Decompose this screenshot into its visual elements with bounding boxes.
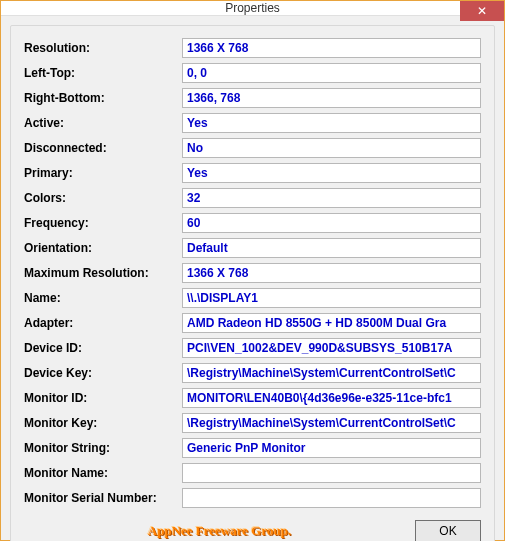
titlebar: Properties ✕: [1, 1, 504, 16]
window-title: Properties: [1, 1, 504, 15]
property-row: Name:: [24, 287, 481, 308]
property-label: Disconnected:: [24, 141, 182, 155]
property-row: Active:: [24, 112, 481, 133]
property-value[interactable]: [182, 88, 481, 108]
property-value[interactable]: [182, 238, 481, 258]
property-label: Adapter:: [24, 316, 182, 330]
property-row: Monitor Key:: [24, 412, 481, 433]
property-label: Device ID:: [24, 341, 182, 355]
property-row: Primary:: [24, 162, 481, 183]
property-value[interactable]: [182, 63, 481, 83]
property-value[interactable]: [182, 438, 481, 458]
close-icon: ✕: [477, 4, 487, 18]
property-row: Colors:: [24, 187, 481, 208]
property-label: Left-Top:: [24, 66, 182, 80]
close-button[interactable]: ✕: [460, 1, 504, 21]
property-label: Orientation:: [24, 241, 182, 255]
property-value[interactable]: [182, 163, 481, 183]
property-row: Device ID:: [24, 337, 481, 358]
property-label: Device Key:: [24, 366, 182, 380]
property-label: Monitor Name:: [24, 466, 182, 480]
properties-window: Properties ✕ Resolution:Left-Top:Right-B…: [0, 0, 505, 541]
property-row: Monitor ID:: [24, 387, 481, 408]
property-value[interactable]: [182, 363, 481, 383]
property-label: Frequency:: [24, 216, 182, 230]
property-row: Right-Bottom:: [24, 87, 481, 108]
property-row: Monitor Serial Number:: [24, 487, 481, 508]
property-label: Maximum Resolution:: [24, 266, 182, 280]
property-value[interactable]: [182, 113, 481, 133]
property-label: Monitor ID:: [24, 391, 182, 405]
property-label: Active:: [24, 116, 182, 130]
property-row: Left-Top:: [24, 62, 481, 83]
credit-text: AppNee Freeware Group.: [24, 523, 415, 539]
property-list: Resolution:Left-Top:Right-Bottom:Active:…: [24, 37, 481, 512]
property-value[interactable]: [182, 463, 481, 483]
property-value[interactable]: [182, 138, 481, 158]
property-row: Device Key:: [24, 362, 481, 383]
property-row: Monitor Name:: [24, 462, 481, 483]
property-label: Monitor String:: [24, 441, 182, 455]
property-row: Adapter:: [24, 312, 481, 333]
property-label: Colors:: [24, 191, 182, 205]
property-row: Monitor String:: [24, 437, 481, 458]
property-row: Resolution:: [24, 37, 481, 58]
property-label: Name:: [24, 291, 182, 305]
property-value[interactable]: [182, 488, 481, 508]
property-value[interactable]: [182, 413, 481, 433]
ok-button[interactable]: OK: [415, 520, 481, 541]
property-label: Primary:: [24, 166, 182, 180]
content-panel: Resolution:Left-Top:Right-Bottom:Active:…: [10, 25, 495, 541]
property-row: Frequency:: [24, 212, 481, 233]
property-label: Monitor Serial Number:: [24, 491, 182, 505]
property-value[interactable]: [182, 388, 481, 408]
property-value[interactable]: [182, 213, 481, 233]
property-row: Orientation:: [24, 237, 481, 258]
property-label: Resolution:: [24, 41, 182, 55]
property-label: Right-Bottom:: [24, 91, 182, 105]
property-row: Disconnected:: [24, 137, 481, 158]
property-value[interactable]: [182, 313, 481, 333]
property-value[interactable]: [182, 288, 481, 308]
property-value[interactable]: [182, 188, 481, 208]
property-label: Monitor Key:: [24, 416, 182, 430]
property-value[interactable]: [182, 338, 481, 358]
property-value[interactable]: [182, 38, 481, 58]
property-row: Maximum Resolution:: [24, 262, 481, 283]
property-value[interactable]: [182, 263, 481, 283]
footer: AppNee Freeware Group. OK: [24, 518, 481, 541]
